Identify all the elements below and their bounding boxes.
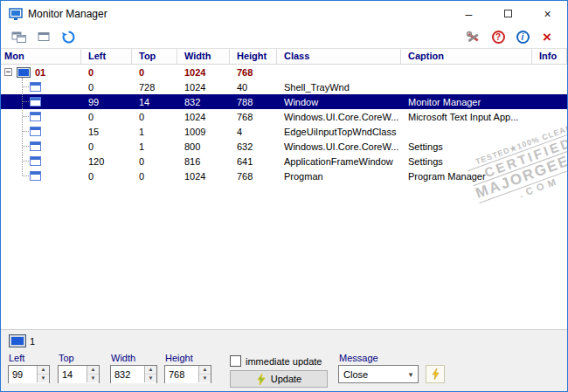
spin-up-icon[interactable]: ▲ xyxy=(38,366,49,375)
immediate-update-checkbox[interactable]: immediate update xyxy=(230,355,322,367)
spin-up-icon[interactable]: ▲ xyxy=(87,366,99,375)
spin-up-icon[interactable]: ▲ xyxy=(199,366,211,375)
window-icon xyxy=(30,141,41,151)
titlebar: Monitor Manager – × xyxy=(1,1,567,26)
minimize-button[interactable]: – xyxy=(449,1,488,26)
cell-width: 1024 xyxy=(177,67,230,78)
refresh-button[interactable] xyxy=(57,28,80,47)
column-header-mon[interactable]: Mon xyxy=(1,49,81,64)
update-button[interactable]: Update xyxy=(230,370,328,388)
top-spin-buttons: ▲▼ xyxy=(87,366,99,382)
lightning-icon xyxy=(432,368,440,380)
monitor-icon xyxy=(9,334,26,347)
info-button[interactable]: i xyxy=(511,28,534,47)
cell-left: 0 xyxy=(81,112,132,122)
cell-top: 1 xyxy=(132,141,177,152)
cell-mon xyxy=(1,79,81,94)
cell-left: 0 xyxy=(81,67,132,78)
maximize-icon xyxy=(504,10,512,17)
toolbar-right: ? i × xyxy=(462,28,560,47)
checkbox-box[interactable] xyxy=(230,355,241,367)
top-stepper[interactable]: ▲▼ xyxy=(58,365,100,383)
immediate-update-label: immediate update xyxy=(246,356,322,367)
column-header-left[interactable]: Left xyxy=(81,49,132,64)
left-stepper[interactable]: ▲▼ xyxy=(8,365,50,383)
table-row[interactable]: 001024768ProgmanProgram Manager xyxy=(1,168,567,183)
cell-class: ApplicationFrameWindow xyxy=(277,156,401,167)
refresh-icon xyxy=(61,30,76,45)
monitor-1-button[interactable]: 1 xyxy=(6,334,38,348)
cell-mon: −01 xyxy=(1,65,81,79)
cell-top: 1 xyxy=(132,127,177,137)
spin-down-icon[interactable]: ▼ xyxy=(145,375,156,382)
spin-down-icon[interactable]: ▼ xyxy=(199,375,211,382)
cell-class: Windows.UI.Core.CoreW... xyxy=(277,141,401,152)
cell-mon xyxy=(1,139,81,154)
message-label: Message xyxy=(339,353,378,363)
cell-height: 788 xyxy=(230,97,277,107)
column-header-top[interactable]: Top xyxy=(132,49,177,64)
cell-caption: Monitor Manager xyxy=(401,97,532,107)
cell-top: 728 xyxy=(132,82,177,93)
cell-width: 800 xyxy=(177,141,230,152)
window-icon xyxy=(30,156,41,166)
close-button[interactable]: × xyxy=(528,1,567,26)
info-icon: i xyxy=(516,31,530,44)
cell-left: 0 xyxy=(81,171,132,182)
cell-top: 0 xyxy=(132,112,177,122)
table-row[interactable]: −01001024768 xyxy=(1,65,567,79)
window-list-button[interactable] xyxy=(32,28,55,47)
cell-left: 15 xyxy=(81,127,132,137)
cell-width: 1024 xyxy=(177,82,230,93)
cell-caption: Settings xyxy=(401,141,532,152)
table-row[interactable]: 01800632Windows.UI.Core.CoreW...Settings xyxy=(1,139,567,154)
window-tree-table: −010010247680728102440Shell_TrayWnd99148… xyxy=(1,65,567,183)
toolbar: ? i × xyxy=(1,26,567,49)
cell-height: 40 xyxy=(230,82,277,93)
cell-height: 4 xyxy=(230,127,277,137)
table-row[interactable]: 001024768Windows.UI.Core.CoreW...Microso… xyxy=(1,109,567,124)
window-controls: – × xyxy=(449,1,567,26)
cell-class: Shell_TrayWnd xyxy=(277,82,401,93)
window-icon xyxy=(30,82,41,92)
exit-button[interactable]: × xyxy=(536,28,558,47)
cell-left: 99 xyxy=(81,97,132,107)
spin-down-icon[interactable]: ▼ xyxy=(87,375,99,382)
spin-down-icon[interactable]: ▼ xyxy=(38,375,49,382)
cell-width: 816 xyxy=(177,156,230,167)
spin-up-icon[interactable]: ▲ xyxy=(145,366,156,375)
tree-expander[interactable]: − xyxy=(4,68,12,76)
window-icon xyxy=(30,171,41,181)
cell-height: 632 xyxy=(230,141,277,152)
cell-height: 768 xyxy=(230,112,277,122)
cell-top: 0 xyxy=(132,156,177,167)
height-stepper[interactable]: ▲▼ xyxy=(164,365,211,383)
cell-mon xyxy=(1,168,81,183)
cell-caption: Microsoft Text Input App... xyxy=(401,112,532,122)
cell-class: Progman xyxy=(277,171,401,182)
top-label: Top xyxy=(59,353,74,363)
cascade-windows-button[interactable] xyxy=(8,28,31,47)
column-header-class[interactable]: Class xyxy=(277,49,401,64)
maximize-button[interactable] xyxy=(488,1,528,26)
column-header-info[interactable]: Info xyxy=(532,49,567,64)
table-row[interactable]: 1200816641ApplicationFrameWindowSettings xyxy=(1,154,567,168)
cell-mon xyxy=(1,94,81,109)
message-select[interactable]: Close ▾ xyxy=(338,365,419,383)
table-row[interactable]: 9914832788WindowMonitor Manager xyxy=(1,94,567,109)
help-button[interactable]: ? xyxy=(487,28,509,47)
send-message-button[interactable] xyxy=(426,365,445,383)
settings-button[interactable] xyxy=(462,28,485,47)
tools-icon xyxy=(466,31,481,45)
chevron-down-icon[interactable]: ▾ xyxy=(404,370,418,379)
table-row[interactable]: 15110094EdgeUiInputTopWndClass xyxy=(1,124,567,139)
width-stepper[interactable]: ▲▼ xyxy=(110,365,157,383)
column-header-caption[interactable]: Caption xyxy=(401,49,532,64)
table-row[interactable]: 0728102440Shell_TrayWnd xyxy=(1,79,567,94)
column-header-width[interactable]: Width xyxy=(177,49,230,64)
cell-width: 1024 xyxy=(177,171,230,182)
cell-mon xyxy=(1,154,81,168)
height-label: Height xyxy=(165,353,193,363)
cell-height: 768 xyxy=(230,171,277,182)
column-header-height[interactable]: Height xyxy=(230,49,277,64)
